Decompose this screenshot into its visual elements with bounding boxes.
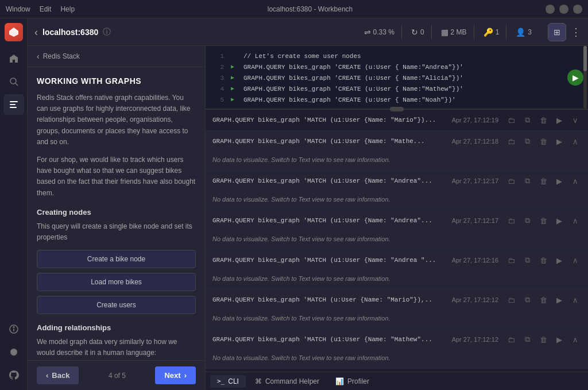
result-save-6[interactable]: 🗀	[505, 334, 517, 345]
command-helper-label: Command Helper	[265, 377, 319, 385]
result-collapse-6[interactable]: ∧	[570, 334, 581, 345]
result-copy-5[interactable]: ⧉	[521, 294, 533, 306]
run-line-5[interactable]: ▶	[231, 96, 239, 104]
result-save-3[interactable]: 🗀	[505, 215, 517, 226]
result-collapse-4[interactable]: ∧	[570, 254, 581, 266]
sidebar-icon-settings[interactable]	[3, 342, 24, 362]
resize-handle[interactable]	[390, 107, 404, 111]
sidebar-icon-info[interactable]	[3, 319, 24, 339]
titlebar-menu[interactable]: Window Edit Help	[6, 5, 75, 13]
tab-profiler[interactable]: 📊 Profiler	[328, 375, 376, 388]
more-button[interactable]: ⋮	[571, 26, 581, 38]
result-body-6: No data to visualize. Switch to Text vie…	[206, 350, 588, 368]
run-line-4[interactable]: ▶	[231, 85, 239, 93]
result-delete-4[interactable]: 🗑	[537, 254, 549, 266]
left-panel: ‹ Redis Stack WORKING WITH GRAPHS Redis …	[28, 46, 206, 390]
result-run-2[interactable]: ▶	[554, 175, 565, 187]
code-line-3: 3 ▶ GRAPH.QUERY bikes_graph 'CREATE (u:U…	[206, 72, 588, 83]
grid-button[interactable]: ⊞	[548, 23, 566, 41]
result-actions-0: 🗀 ⧉ 🗑 ▶ ∨	[505, 114, 581, 126]
result-header-0[interactable]: GRAPH.QUERY bikes_graph 'MATCH (u1:User …	[206, 110, 588, 130]
next-nav-button[interactable]: Next ›	[155, 366, 196, 384]
create-users-button[interactable]: Create users	[37, 296, 196, 314]
result-delete-5[interactable]: 🗑	[537, 294, 549, 306]
result-collapse-3[interactable]: ∧	[570, 215, 581, 226]
run-all-button[interactable]: ▶	[567, 69, 583, 86]
result-delete-2[interactable]: 🗑	[537, 175, 549, 187]
close-button[interactable]: ×	[573, 5, 582, 14]
result-copy-2[interactable]: ⧉	[521, 175, 533, 187]
bottom-tabs: >_ CLI ⌘ Command Helper 📊 Profiler	[206, 372, 588, 390]
result-collapse-1[interactable]: ∧	[570, 136, 581, 147]
sidebar-icon-github[interactable]	[3, 365, 24, 385]
result-body-5: No data to visualize. Switch to Text vie…	[206, 310, 588, 329]
result-save-4[interactable]: 🗀	[505, 254, 517, 266]
back-button[interactable]: ‹	[34, 27, 38, 37]
sidebar-icon-workbench[interactable]	[3, 94, 24, 115]
result-group-6: GRAPH.QUERY bikes_graph 'MATCH (u1:User …	[206, 329, 588, 369]
result-copy-4[interactable]: ⧉	[521, 254, 533, 266]
run-line-1[interactable]	[231, 52, 239, 60]
result-run-6[interactable]: ▶	[554, 334, 565, 345]
result-group-1: GRAPH.QUERY bikes_graph 'MATCH (u1:User …	[206, 131, 588, 171]
window-title: localhost:6380 - Workbench	[75, 5, 546, 13]
result-header-5[interactable]: GRAPH.QUERY bikes_graph 'MATCH (u:User {…	[206, 289, 588, 310]
sidebar-icon-home[interactable]	[3, 48, 24, 69]
result-query-2: GRAPH.QUERY bikes_graph 'MATCH (u1:User …	[212, 177, 445, 184]
breadcrumb-label: Redis Stack	[43, 52, 80, 60]
result-run-4[interactable]: ▶	[554, 254, 565, 266]
result-run-5[interactable]: ▶	[554, 294, 565, 306]
breadcrumb-back[interactable]: ‹	[37, 52, 40, 61]
tab-command-helper[interactable]: ⌘ Command Helper	[248, 375, 326, 388]
line-num-5: 5	[210, 96, 224, 103]
result-delete-1[interactable]: 🗑	[537, 136, 549, 147]
tab-cli[interactable]: >_ CLI	[210, 375, 246, 388]
maximize-button[interactable]: □	[559, 5, 568, 14]
editor-scrollbar[interactable]	[583, 46, 587, 109]
minimize-button[interactable]: –	[546, 5, 555, 14]
keys-value: 1	[496, 28, 500, 36]
result-copy-0[interactable]: ⧉	[521, 114, 533, 126]
result-copy-3[interactable]: ⧉	[521, 215, 533, 226]
result-delete-3[interactable]: 🗑	[537, 215, 549, 226]
menu-help[interactable]: Help	[60, 5, 75, 13]
result-save-1[interactable]: 🗀	[505, 136, 517, 147]
result-header-3[interactable]: GRAPH.QUERY bikes_graph 'MATCH (u1:User …	[206, 210, 588, 231]
result-delete-6[interactable]: 🗑	[537, 334, 549, 345]
command-helper-icon: ⌘	[255, 377, 262, 385]
menu-window[interactable]: Window	[6, 5, 30, 13]
create-bike-node-button[interactable]: Create a bike node	[37, 250, 196, 268]
result-header-4[interactable]: GRAPH.QUERY bikes_graph 'MATCH (u1:User …	[206, 250, 588, 271]
result-copy-1[interactable]: ⧉	[521, 136, 533, 147]
nav-footer: ‹ Back 4 of 5 Next ›	[28, 360, 205, 390]
cpu-icon: ⇌	[364, 28, 371, 37]
result-run-1[interactable]: ▶	[554, 136, 565, 147]
result-copy-6[interactable]: ⧉	[521, 334, 533, 345]
result-save-0[interactable]: 🗀	[505, 114, 517, 126]
window-controls[interactable]: – □ ×	[546, 5, 582, 14]
profiler-icon: 📊	[335, 377, 344, 385]
line-content-5: GRAPH.QUERY bikes_graph 'CREATE (u:User …	[243, 96, 456, 103]
result-actions-5: 🗀 ⧉ 🗑 ▶ ∧	[505, 294, 581, 306]
info-icon[interactable]: ⓘ	[103, 27, 111, 37]
run-line-2[interactable]: ▶	[231, 63, 239, 71]
result-header-1[interactable]: GRAPH.QUERY bikes_graph 'MATCH (u1:User …	[206, 131, 588, 152]
run-line-3[interactable]: ▶	[231, 74, 239, 82]
result-group-5: GRAPH.QUERY bikes_graph 'MATCH (u:User {…	[206, 289, 588, 329]
result-run-0[interactable]: ▶	[554, 114, 565, 126]
result-save-5[interactable]: 🗀	[505, 294, 517, 306]
result-run-3[interactable]: ▶	[554, 215, 565, 226]
result-collapse-2[interactable]: ∧	[570, 175, 581, 187]
result-header-6[interactable]: GRAPH.QUERY bikes_graph 'MATCH (u1:User …	[206, 329, 588, 350]
menu-edit[interactable]: Edit	[40, 5, 52, 13]
back-nav-button[interactable]: ‹ Back	[37, 366, 79, 384]
sidebar-icon-search[interactable]	[3, 71, 24, 92]
result-delete-0[interactable]: 🗑	[537, 114, 549, 126]
result-header-2[interactable]: GRAPH.QUERY bikes_graph 'MATCH (u1:User …	[206, 171, 588, 191]
result-save-2[interactable]: 🗀	[505, 175, 517, 187]
svg-rect-4	[10, 107, 17, 108]
result-expand-0[interactable]: ∨	[570, 114, 581, 126]
right-panel: 1 // Let's create some user nodes 2 ▶ GR…	[206, 46, 588, 390]
load-more-bikes-button[interactable]: Load more bikes	[37, 273, 196, 291]
result-collapse-5[interactable]: ∧	[570, 294, 581, 306]
